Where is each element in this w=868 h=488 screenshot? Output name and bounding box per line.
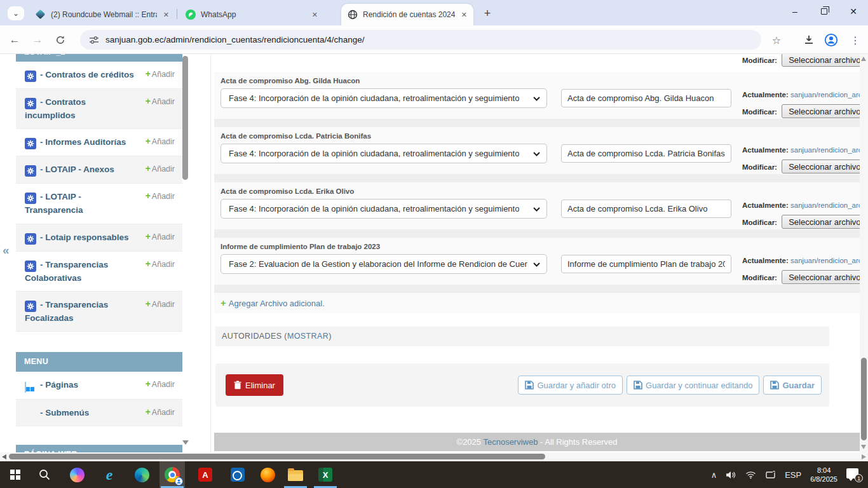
bookmark-star-icon[interactable]: ☆: [769, 32, 784, 48]
field-label: Acta de compromiso Abg. Gilda Huacon: [220, 77, 360, 85]
windows-taskbar: e A X ∧ ESP 8:04 6/8/2025: [0, 461, 868, 488]
notifications-button[interactable]: 1: [846, 468, 862, 481]
sidebar-item-lotaip-responsables[interactable]: - Lotaip responsables +Añadir: [16, 224, 182, 252]
current-file-link[interactable]: sanjuan/rendicion_arch: [790, 146, 860, 154]
sidebar-item-label: - Transparencias Focalizadas: [25, 300, 108, 323]
form-row-erika: Acta de compromiso Lcda. Erika Olivo Fas…: [214, 182, 860, 229]
close-window-button[interactable]: ✕: [839, 0, 868, 23]
url-bar[interactable]: sanjuan.gob.ec/admin/rendicion_cuentas/r…: [80, 30, 761, 50]
restore-button[interactable]: [810, 0, 839, 23]
sidebar-scrollbar: [182, 54, 188, 452]
scroll-left-icon[interactable]: [2, 454, 6, 459]
add-link[interactable]: +Añadir: [146, 67, 175, 81]
name-input[interactable]: [561, 144, 731, 163]
excel-button[interactable]: X: [313, 461, 338, 488]
phase-select[interactable]: Fase 4: Incorporación de la opinión ciud…: [220, 144, 547, 163]
sidebar-item-transparencias-colaborativas[interactable]: - Transparencias Colaborativas +Añadir: [16, 252, 182, 292]
new-tab-button[interactable]: +: [480, 6, 495, 21]
save-and-continue-button[interactable]: Guardar y continuar editando: [627, 376, 759, 395]
reload-button[interactable]: [52, 32, 69, 48]
vertical-scrollbar-thumb[interactable]: [861, 358, 867, 440]
tray-device-icon[interactable]: [765, 471, 776, 479]
name-input[interactable]: [561, 89, 731, 107]
current-file-link[interactable]: sanjuan/rendicion_arch: [790, 91, 860, 98]
select-file-button[interactable]: Seleccionar archivo: [782, 104, 860, 118]
back-button[interactable]: ←: [6, 32, 23, 48]
phase-select[interactable]: Fase 4: Incorporación de la opinión ciud…: [220, 199, 547, 219]
sidebar-item-lotaip-transparencia[interactable]: - LOTAIP - Transparencia +Añadir: [16, 184, 182, 224]
file-explorer-button[interactable]: [283, 461, 308, 488]
current-file-link[interactable]: sanjuan/rendicion_arch: [790, 257, 860, 264]
horizontal-scrollbar-thumb[interactable]: [9, 454, 545, 459]
plus-icon: +: [220, 297, 226, 308]
save-and-add-button[interactable]: Guardar y añadir otro: [518, 376, 623, 395]
add-link[interactable]: +Añadir: [146, 230, 175, 243]
current-file-link[interactable]: sanjuan/rendicion_arch: [790, 201, 860, 209]
save-button[interactable]: Guardar: [763, 376, 822, 395]
edge-button[interactable]: [129, 461, 154, 488]
add-link[interactable]: +Añadir: [146, 405, 175, 419]
add-link[interactable]: +Añadir: [146, 95, 175, 108]
site-settings-icon[interactable]: [89, 35, 99, 45]
taskbar-search-button[interactable]: [32, 461, 57, 488]
sidebar-scrollbar-thumb[interactable]: [182, 56, 188, 180]
tecnoserviweb-link[interactable]: Tecnoserviweb: [483, 437, 538, 447]
add-link[interactable]: +Añadir: [146, 377, 175, 391]
tab-rendicion-active[interactable]: Rendición de cuentas 2024 | M ✕: [341, 4, 473, 25]
add-additional-file-link[interactable]: +Agregar Archivo adicional.: [220, 297, 325, 308]
close-icon[interactable]: ✕: [461, 11, 467, 19]
copilot-button[interactable]: [64, 461, 90, 488]
sidebar-item-lotaip-anexos[interactable]: - LOTAIP - Anexos +Añadir: [16, 156, 182, 184]
sidebar-collapse-button[interactable]: «: [3, 243, 10, 257]
scroll-up-icon[interactable]: [861, 57, 866, 61]
downloads-icon[interactable]: [801, 32, 817, 48]
select-file-button[interactable]: Seleccionar archivo: [782, 159, 860, 173]
add-link[interactable]: +Añadir: [146, 297, 175, 311]
add-link[interactable]: +Añadir: [146, 162, 175, 175]
add-link[interactable]: +Añadir: [146, 135, 175, 148]
select-file-button[interactable]: Seleccionar archivo: [782, 215, 860, 229]
add-link[interactable]: +Añadir: [146, 189, 175, 203]
acrobat-button[interactable]: A: [193, 461, 218, 488]
add-link[interactable]: +Añadir: [146, 257, 175, 271]
tray-chevron-icon[interactable]: ∧: [711, 470, 717, 480]
browser-menu-icon[interactable]: ⋮: [848, 32, 863, 48]
sidebar-item-contratos-creditos[interactable]: - Contratos de créditos +Añadir: [16, 62, 182, 89]
tab-roundcube[interactable]: (2) Roundcube Webmail :: Entra ✕: [29, 4, 175, 25]
firefox-button[interactable]: [255, 461, 280, 488]
tab-whatsapp[interactable]: WhatsApp ✕: [179, 4, 324, 25]
name-input[interactable]: [561, 200, 731, 218]
select-file-button[interactable]: Seleccionar archivo: [782, 270, 860, 284]
sidebar-item-informes-auditorias[interactable]: - Informes Auditorías +Añadir: [16, 129, 182, 156]
close-icon[interactable]: ✕: [163, 11, 169, 19]
mostrar-link[interactable]: MOSTRAR: [287, 332, 329, 341]
outlook-button[interactable]: [225, 461, 250, 488]
name-input[interactable]: [561, 255, 731, 273]
wifi-icon[interactable]: [745, 471, 756, 479]
internet-explorer-button[interactable]: e: [97, 461, 122, 488]
sidebar-scroll-down-icon[interactable]: [182, 440, 189, 445]
sidebar-item-submenus[interactable]: - Submenús +Añadir: [16, 400, 182, 426]
plus-icon: +: [146, 231, 151, 241]
delete-button[interactable]: Eliminar: [226, 374, 283, 396]
start-button[interactable]: [3, 461, 28, 488]
sidebar-item-paginas[interactable]: - Páginas +Añadir: [16, 372, 182, 400]
profile-avatar-icon[interactable]: [824, 32, 839, 48]
tab-title: Rendición de cuentas 2024 | M: [363, 10, 455, 19]
plus-icon: +: [146, 96, 151, 106]
sidebar-item-contratos-incumplidos[interactable]: - Contratos incumplidos +Añadir: [16, 89, 182, 129]
scroll-right-icon[interactable]: [862, 454, 866, 459]
forward-button[interactable]: →: [29, 32, 46, 48]
language-indicator[interactable]: ESP: [785, 470, 801, 480]
phase-select[interactable]: Fase 2: Evaluacion de la Gestion y elabo…: [220, 254, 547, 274]
minimize-button[interactable]: –: [780, 0, 810, 23]
sidebar-item-transparencias-focalizadas[interactable]: - Transparencias Focalizadas +Añadir: [16, 292, 182, 332]
scroll-down-icon[interactable]: [861, 445, 866, 449]
chrome-button-active[interactable]: [159, 461, 185, 488]
close-icon[interactable]: ✕: [312, 11, 318, 19]
select-file-button[interactable]: Seleccionar archivo: [782, 54, 860, 67]
clock[interactable]: 8:04 6/8/2025: [810, 466, 837, 484]
speaker-icon[interactable]: [726, 471, 736, 479]
phase-select[interactable]: Fase 4: Incorporación de la opinión ciud…: [220, 88, 547, 108]
tab-search-button[interactable]: ⌄: [8, 6, 24, 20]
